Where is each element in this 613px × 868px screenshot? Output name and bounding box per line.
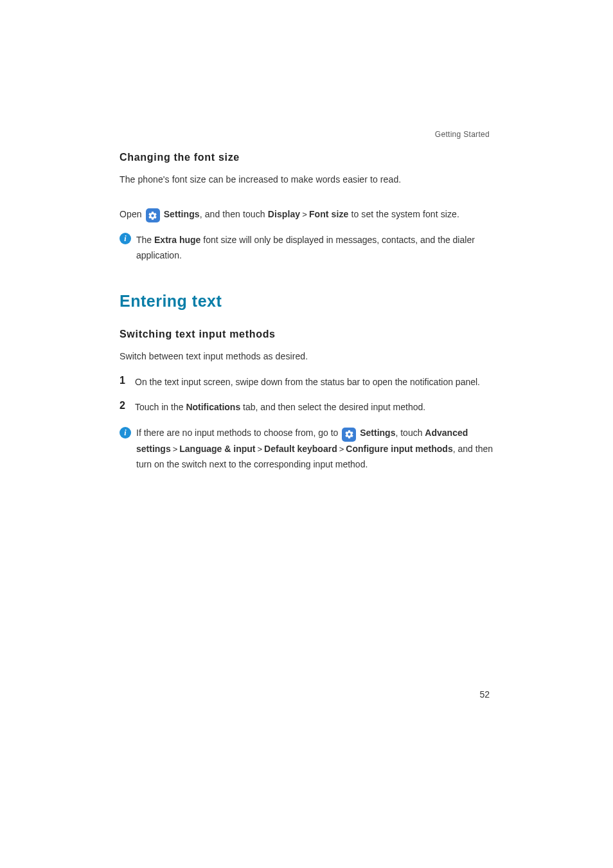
heading-changing-font-size: Changing the font size (120, 152, 495, 163)
info-note-extra-huge: i The Extra huge font size will only be … (120, 233, 495, 264)
section-title-entering-text: Entering text (120, 292, 495, 311)
list-item: 2 Touch in the Notifications tab, and th… (120, 400, 495, 415)
separator: > (171, 444, 180, 454)
text-configure-input: Configure input methods (346, 444, 452, 454)
list-number: 1 (120, 375, 129, 390)
para-font-size-intro: The phone's font size can be increased t… (120, 172, 495, 188)
text: Open (120, 209, 145, 219)
para-switch-intro: Switch between text input methods as des… (120, 349, 495, 365)
text: If there are no input methods to choose … (136, 428, 341, 438)
settings-icon (146, 208, 160, 222)
text-font-size: Font size (309, 209, 349, 219)
numbered-list: 1 On the text input screen, swipe down f… (120, 375, 495, 416)
text: Touch (135, 402, 161, 412)
text: , and then touch (200, 209, 268, 219)
page-number: 52 (479, 689, 490, 700)
list-item: 1 On the text input screen, swipe down f… (120, 375, 495, 390)
info-note-input-methods: i If there are no input methods to choos… (120, 426, 495, 472)
text: , touch (395, 428, 425, 438)
text-notifications: Notifications (186, 402, 240, 412)
text: in the (161, 402, 186, 412)
list-number: 2 (120, 400, 129, 415)
breadcrumb: Getting Started (435, 130, 490, 139)
text-language-input: Language & input (179, 444, 255, 454)
text: tab, and then select the desired input m… (240, 402, 425, 412)
text-settings: Settings (164, 209, 200, 219)
list-text: On the text input screen, swipe down fro… (135, 375, 480, 390)
settings-icon (342, 428, 356, 442)
text: The (136, 235, 154, 245)
info-icon: i (120, 233, 131, 244)
para-open-settings: Open Settings, and then touch Display>Fo… (120, 207, 495, 223)
note-text: The Extra huge font size will only be di… (136, 233, 495, 264)
text-default-keyboard: Default keyboard (264, 444, 337, 454)
separator: > (337, 444, 346, 454)
list-text: Touch in the Notifications tab, and then… (135, 400, 425, 415)
separator: > (256, 444, 265, 454)
note-text: If there are no input methods to choose … (136, 426, 495, 472)
heading-switching-input: Switching text input methods (120, 329, 495, 340)
info-icon: i (120, 427, 131, 439)
text-extra-huge: Extra huge (154, 235, 200, 245)
page: Getting Started Changing the font size T… (0, 0, 613, 868)
text: to set the system font size. (348, 209, 459, 219)
text-display: Display (268, 209, 301, 219)
separator: > (300, 210, 309, 219)
text-settings: Settings (360, 428, 395, 438)
